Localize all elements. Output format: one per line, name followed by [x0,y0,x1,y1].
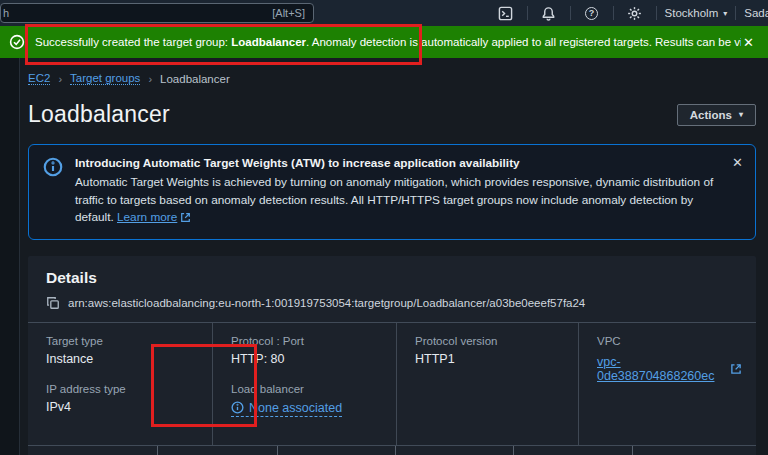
details-card: Details arn:aws:elasticloadbalancing:eu-… [28,256,756,455]
none-associated-trigger[interactable]: None associated [231,401,342,417]
notifications-bell-icon[interactable] [536,0,562,26]
field-ip-address-type: IP address type IPv4 [46,383,198,414]
topbar-utilities: ? Stockholm ▾ Sada S [493,0,768,26]
help-icon[interactable]: ? [579,0,605,26]
field-label: Load balancer [231,383,382,395]
field-protocol-port: Protocol : Port HTTP: 80 [231,335,382,366]
attributes-col-4: VPC vpc-0de388704868260ec [578,323,756,445]
actions-label: Actions [690,109,732,121]
vpc-link[interactable]: vpc-0de388704868260ec [597,355,742,383]
info-small-icon [231,401,244,414]
field-label: IP address type [46,383,198,395]
chevron-right-icon: › [148,73,152,85]
attributes-col-2: Protocol : Port HTTP: 80 Load balancer N… [212,323,396,445]
stat-unused: 1 Unused [395,446,513,455]
arn-row: arn:aws:elasticloadbalancing:eu-north-1:… [28,289,756,322]
search-shortcut: [Alt+S] [272,7,305,19]
breadcrumb-target-groups[interactable]: Target groups [70,72,140,85]
info-banner-close-button[interactable]: ✕ [732,155,743,170]
flash-message: Successfully created the target group: L… [35,36,741,48]
stat-draining: 0 Draining [632,446,756,455]
chevron-down-icon: ▾ [739,110,743,119]
chevron-down-icon: ▾ [723,9,727,18]
breadcrumb-ec2[interactable]: EC2 [28,72,50,85]
field-value: IPv4 [46,400,198,414]
flash-dismiss-button[interactable]: ✕ [741,35,756,50]
vpc-id: vpc-0de388704868260ec [597,355,727,383]
field-label: VPC [597,335,742,347]
field-value: HTTP: 80 [231,352,382,366]
stat-healthy: 0 Healthy 0 Anomalous [157,446,277,455]
stat-total-targets: 1 Total targets [28,446,157,455]
cloudshell-icon[interactable] [493,0,519,26]
question-glyph: ? [585,7,598,20]
chevron-right-icon: › [58,73,62,85]
top-navigation: h [Alt+S] ? [0,0,768,26]
flash-text: . Anomaly detection is automatically app… [306,36,741,48]
field-label: Protocol : Port [231,335,382,347]
arn-text: arn:aws:elasticloadbalancing:eu-north-1:… [68,297,585,309]
topbar-divider [656,6,657,20]
load-balancer-value: None associated [249,401,342,415]
page-header: Loadbalancer Actions ▾ [28,101,760,128]
content-area: EC2 › Target groups › Loadbalancer Loadb… [0,58,768,455]
field-protocol-version: Protocol version HTTP1 [415,335,564,366]
field-vpc: VPC vpc-0de388704868260ec [597,335,742,383]
learn-more-link[interactable]: Learn more [117,210,177,224]
attributes-col-3: Protocol version HTTP1 [396,323,578,445]
copy-arn-button[interactable] [46,296,60,310]
search-input[interactable]: h [Alt+S] [0,3,314,23]
target-health-stats: 1 Total targets 0 Healthy 0 Anomalous [28,446,756,455]
details-heading: Details [28,256,756,289]
field-load-balancer: Load balancer None associated [231,383,382,418]
actions-button[interactable]: Actions ▾ [677,104,756,126]
info-icon [43,157,63,227]
topbar-divider [735,6,736,20]
attributes-grid: Target type Instance IP address type IPv… [28,323,756,445]
region-selector[interactable]: Stockholm ▾ [665,7,728,19]
field-value: Instance [46,352,198,366]
search-text: h [3,7,9,19]
breadcrumb-current: Loadbalancer [160,73,230,85]
success-check-icon [9,34,25,50]
topbar-divider [527,6,528,20]
field-label: Target type [46,335,198,347]
atw-info-banner: Introducing Automatic Target Weights (AT… [28,144,756,240]
info-banner-title: Introducing Automatic Target Weights (AT… [75,156,721,170]
flash-text: Successfully created the target group: [35,36,231,48]
success-flashbar: Successfully created the target group: L… [0,26,768,58]
field-target-type: Target type Instance [46,335,198,366]
topbar-divider [613,6,614,20]
collapsed-side-nav-rail [0,58,20,455]
info-banner-body: Automatic Target Weights is achieved by … [75,174,721,227]
stat-initial: 0 Initial [513,446,632,455]
region-label: Stockholm [665,7,719,19]
topbar-divider [570,6,571,20]
stat-unhealthy: 0 Unhealthy [277,446,395,455]
attributes-col-1: Target type Instance IP address type IPv… [28,323,212,445]
flash-target-group-name: Loadbalancer [231,36,306,48]
page-title: Loadbalancer [28,101,170,128]
field-value: HTTP1 [415,352,564,366]
settings-gear-icon[interactable] [622,0,648,26]
main-panel: EC2 › Target groups › Loadbalancer Loadb… [20,58,768,455]
user-menu[interactable]: Sada S [744,7,768,19]
breadcrumb: EC2 › Target groups › Loadbalancer [28,72,760,85]
screen: h [Alt+S] ? [0,0,768,455]
external-link-icon [730,363,742,375]
external-link-icon [180,212,191,223]
info-banner-content: Introducing Automatic Target Weights (AT… [75,156,721,227]
field-label: Protocol version [415,335,564,347]
